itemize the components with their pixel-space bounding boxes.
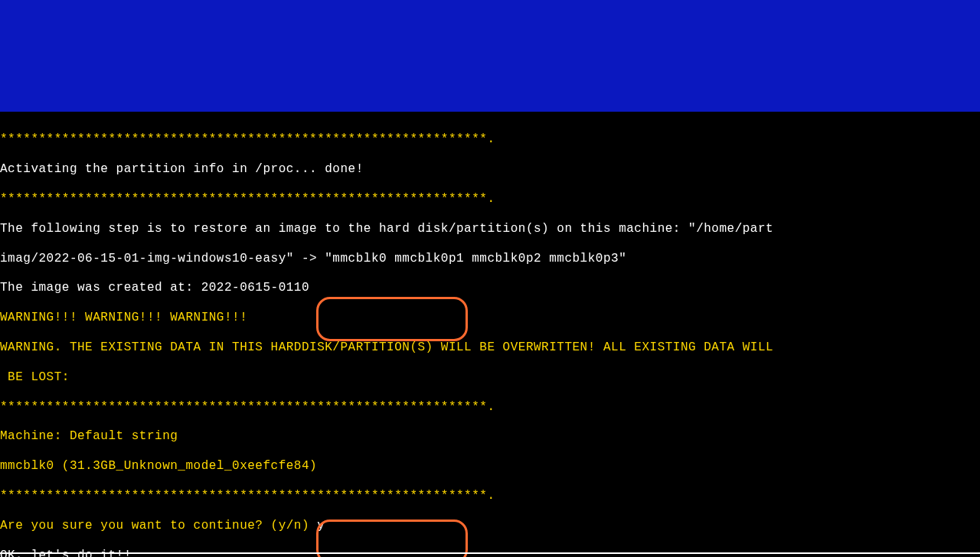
machine-line: Machine: Default string [0, 429, 980, 444]
restore-step-line-1: The following step is to restore an imag… [0, 222, 980, 236]
warning-triple-line: WARNING!!! WARNING!!! WARNING!!! [0, 311, 980, 325]
terminal-output[interactable]: ****************************************… [0, 118, 980, 557]
bottom-divider [0, 552, 980, 554]
confirm-prompt-1[interactable]: Are you sure you want to continue? (y/n)… [0, 519, 980, 533]
separator-line: ****************************************… [0, 132, 980, 147]
confirm-prompt-text: Are you sure you want to continue? (y/n) [0, 519, 317, 533]
activating-partition-line: Activating the partition info in /proc..… [0, 162, 980, 177]
warning-overwrite-line-1: WARNING. THE EXISTING DATA IN THIS HARDD… [0, 340, 980, 355]
blue-banner [0, 0, 980, 112]
terminal-screen: ****************************************… [0, 0, 980, 557]
separator-line: ****************************************… [0, 400, 980, 415]
warning-overwrite-line-2: BE LOST: [0, 370, 980, 385]
separator-line: ****************************************… [0, 192, 980, 207]
image-created-line: The image was created at: 2022-0615-0110 [0, 281, 980, 295]
user-input-y: y [317, 519, 325, 533]
separator-line: ****************************************… [0, 489, 980, 503]
restore-step-line-2: imag/2022-06-15-01-img-windows10-easy" -… [0, 252, 980, 266]
disk-info-line: mmcblk0 (31.3GB_Unknown_model_0xeefcfe84… [0, 459, 980, 474]
